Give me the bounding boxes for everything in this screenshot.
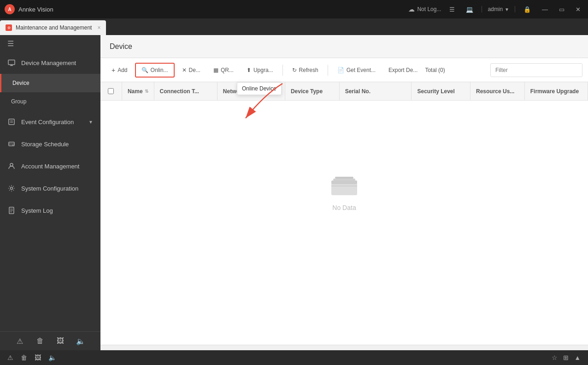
statusbar-layout-icon[interactable]: ⊞ — [563, 354, 569, 361]
select-all-checkbox[interactable] — [108, 88, 114, 94]
get-event-button[interactable]: 📄 Get Event... — [332, 63, 381, 78]
user-dropdown-icon[interactable]: ▼ — [505, 7, 509, 12]
main-tab[interactable]: ⚙ Maintenance and Management × — [0, 20, 106, 35]
content-header: Device — [100, 35, 588, 58]
refresh-icon: ↻ — [292, 67, 297, 73]
th-device-type: Device Type — [285, 82, 340, 100]
sidebar-item-storage-schedule[interactable]: Storage Schedule — [0, 133, 100, 155]
th-security-level: Security Level — [412, 82, 470, 100]
image-icon[interactable]: 🖼 — [55, 335, 66, 347]
sidebar-bottom: ⚠ 🗑 🖼 🔈 — [0, 331, 100, 350]
gear-icon — [7, 184, 16, 192]
online-device-tooltip: Online Device — [237, 82, 282, 95]
sidebar-item-system-configuration[interactable]: System Configuration — [0, 177, 100, 199]
svg-rect-0 — [8, 60, 15, 65]
upgrade-button[interactable]: ⬆ Upgra... — [241, 63, 279, 78]
refresh-button[interactable]: ↻ Refresh — [287, 63, 324, 78]
export-label: Export De... — [388, 67, 417, 73]
online-device-button[interactable]: 🔍 Onlin... — [135, 63, 175, 78]
titlebar-left: A Annke Vision — [5, 4, 53, 14]
name-sort-icon[interactable]: ⇅ — [145, 89, 148, 94]
search-icon: 🔍 — [141, 67, 148, 73]
filter-input[interactable] — [490, 63, 582, 77]
export-button[interactable]: Export De... — [383, 63, 423, 78]
lock-icon[interactable]: 🔒 — [521, 5, 534, 14]
cloud-status: ☁ Not Log... — [408, 6, 441, 13]
tab-label: Maintenance and Management — [16, 24, 92, 31]
sidebar-toggle[interactable]: ☰ — [0, 35, 100, 52]
restore-button[interactable]: ▭ — [556, 5, 567, 14]
sidebar-label-device-management: Device Management — [21, 60, 76, 66]
monitor-icon[interactable]: 💻 — [463, 5, 476, 14]
page-title: Device — [110, 42, 132, 51]
sidebar-label-account-management: Account Management — [21, 163, 79, 170]
statusbar-star-icon[interactable]: ☆ — [552, 354, 558, 361]
statusbar-volume-icon[interactable]: 🔈 — [48, 354, 56, 361]
get-event-icon: 📄 — [337, 67, 344, 73]
log-icon — [7, 206, 16, 215]
menu-icon: ☰ — [7, 39, 14, 48]
upgrade-label: Upgra... — [253, 67, 273, 73]
sidebar-label-group: Group — [11, 98, 26, 105]
svg-rect-3 — [9, 119, 14, 125]
sidebar-label-device: Device — [12, 80, 29, 86]
horizontal-scrollbar[interactable] — [100, 345, 588, 350]
volume-icon[interactable]: 🔈 — [75, 335, 86, 347]
close-button[interactable]: ✕ — [573, 5, 583, 14]
tabbar: ⚙ Maintenance and Management × — [0, 18, 588, 35]
event-icon — [7, 118, 16, 126]
account-icon — [7, 162, 16, 170]
monitor-icon — [7, 59, 16, 67]
qr-icon: ▦ — [213, 67, 218, 73]
device-table: Name ⇅ Connection T... Network Param... … — [100, 82, 588, 350]
th-name: Name ⇅ — [122, 82, 154, 100]
tab-close-button[interactable]: × — [97, 24, 100, 31]
minimize-button[interactable]: — — [539, 5, 551, 14]
content-area: Device + Add 🔍 Onlin... ✕ De... ▦ QR.. — [100, 35, 588, 350]
storage-icon — [7, 140, 16, 148]
delete-label: De... — [189, 67, 200, 73]
sidebar-label-storage-schedule: Storage Schedule — [21, 141, 69, 148]
svg-point-8 — [12, 145, 13, 146]
svg-point-10 — [11, 187, 13, 190]
list-icon[interactable]: ☰ — [447, 5, 458, 14]
online-label: Onlin... — [151, 67, 168, 73]
th-resource-usage: Resource Us... — [470, 82, 525, 100]
statusbar-trash-icon[interactable]: 🗑 — [21, 354, 27, 361]
refresh-label: Refresh — [299, 67, 318, 73]
toolbar: + Add 🔍 Onlin... ✕ De... ▦ QR... ⬆ Upgr — [100, 58, 588, 82]
add-button[interactable]: + Add — [106, 63, 133, 78]
statusbar-chevron-up-icon[interactable]: ▲ — [574, 354, 581, 361]
upgrade-icon: ⬆ — [247, 67, 251, 73]
svg-rect-17 — [331, 180, 357, 184]
add-icon: + — [112, 66, 115, 74]
sidebar-item-event-configuration[interactable]: Event Configuration ▼ — [0, 111, 100, 133]
delete-button[interactable]: ✕ De... — [176, 63, 206, 78]
sidebar-item-group[interactable]: Group — [0, 92, 100, 111]
total-badge: Total (0) — [425, 67, 445, 73]
no-data-icon — [329, 175, 359, 198]
statusbar-image-icon[interactable]: 🖼 — [35, 354, 41, 361]
username: admin — [488, 6, 503, 12]
sidebar-item-account-management[interactable]: Account Management — [0, 155, 100, 177]
warning-icon[interactable]: ⚠ — [14, 335, 25, 347]
add-label: Add — [118, 67, 127, 73]
tab-icon: ⚙ — [6, 24, 12, 31]
statusbar-left: ⚠ 🗑 🖼 🔈 — [7, 354, 56, 361]
th-serial-no: Serial No. — [340, 82, 412, 100]
sidebar-item-system-log[interactable]: System Log — [0, 199, 100, 221]
trash-icon[interactable]: 🗑 — [35, 335, 46, 347]
qr-button[interactable]: ▦ QR... — [208, 63, 239, 78]
event-config-expand-icon: ▼ — [88, 120, 93, 125]
no-data-text: No Data — [332, 204, 356, 211]
sidebar-item-device-management[interactable]: Device Management — [0, 52, 100, 74]
sidebar-item-device[interactable]: Device — [0, 74, 100, 92]
main-layout: ☰ Device Management Device Group — [0, 35, 588, 350]
svg-point-9 — [10, 163, 13, 166]
titlebar: A Annke Vision ☁ Not Log... ☰ 💻 admin ▼ … — [0, 0, 588, 18]
user-section[interactable]: admin ▼ — [482, 6, 515, 12]
statusbar-warning-icon[interactable]: ⚠ — [7, 354, 13, 361]
th-firmware-upgrade: Firmware Upgrade — [525, 82, 588, 100]
sidebar-label-system-configuration: System Configuration — [21, 185, 78, 192]
get-event-label: Get Event... — [347, 67, 376, 73]
